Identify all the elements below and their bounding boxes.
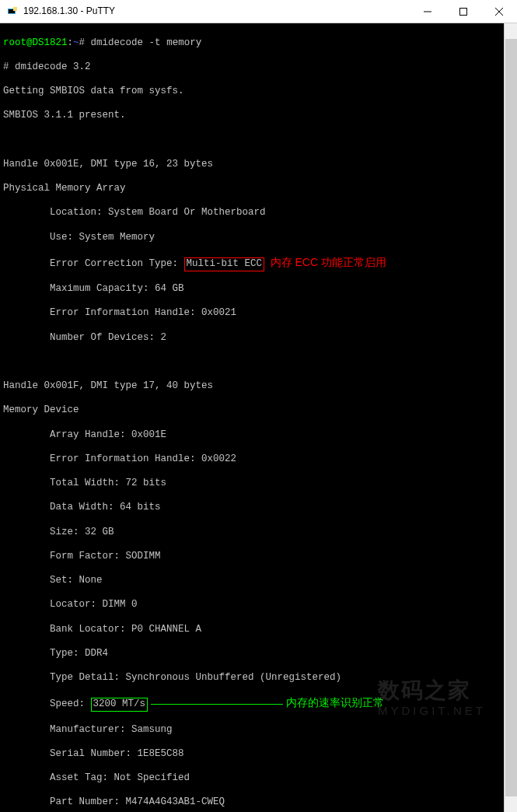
speed-annotation: 内存的速率识别正常: [286, 696, 384, 709]
maximize-button[interactable]: [445, 0, 481, 23]
output-line: Type Detail: Synchronous Unbuffered (Unr…: [3, 672, 514, 684]
output-line: Maximum Capacity: 64 GB: [3, 283, 514, 296]
close-button[interactable]: [481, 0, 517, 23]
output-line: Serial Number: 1E8E5C88: [3, 748, 514, 761]
output-line: Data Width: 64 bits: [3, 502, 514, 514]
output-line: Handle 0x001E, DMI type 16, 23 bytes: [3, 159, 514, 171]
window-title: 192.168.1.30 - PuTTY: [23, 5, 410, 17]
output-line: Getting SMBIOS data from sysfs.: [3, 86, 514, 98]
svg-rect-2: [13, 7, 17, 11]
output-line: Error Information Handle: 0x0021: [3, 307, 514, 320]
output-line: Locator: DIMM 0: [3, 599, 514, 611]
output-line: SMBIOS 3.1.1 present.: [3, 110, 514, 122]
scrollbar-thumb[interactable]: [505, 39, 517, 796]
output-line: Handle 0x001F, DMI type 17, 40 bytes: [3, 380, 514, 393]
output-line: Manufacturer: Samsung: [3, 724, 514, 737]
output-line: Use: System Memory: [3, 232, 514, 244]
putty-icon: [6, 5, 19, 18]
output-line: Memory Device: [3, 404, 514, 417]
output-line: Asset Tag: Not Specified: [3, 772, 514, 785]
command-text: dmidecode -t memory: [91, 37, 202, 48]
speed-line: Speed: 3200 MT/s内存的速率识别正常: [3, 696, 514, 712]
output-line: Set: None: [3, 575, 514, 587]
prompt-line: root@DS1821:~# dmidecode -t memory: [3, 37, 514, 50]
window-titlebar: 192.168.1.30 - PuTTY: [0, 0, 517, 23]
prompt-user: root: [3, 37, 26, 48]
speed-value-highlight: 3200 MT/s: [91, 698, 148, 712]
output-line: Part Number: M474A4G43AB1-CWEQ: [3, 796, 514, 809]
terminal-area[interactable]: root@DS1821:~# dmidecode -t memory # dmi…: [0, 23, 517, 812]
output-line: Form Factor: SODIMM: [3, 551, 514, 563]
ecc-annotation: 内存 ECC 功能正常启用: [271, 256, 386, 268]
window-controls: [410, 0, 517, 23]
ecc-value-highlight: Multi-bit ECC: [184, 257, 265, 271]
output-line: Physical Memory Array: [3, 183, 514, 195]
output-line: Total Width: 72 bits: [3, 478, 514, 490]
scrollbar[interactable]: [504, 23, 517, 812]
output-line: # dmidecode 3.2: [3, 61, 514, 74]
output-line: Bank Locator: P0 CHANNEL A: [3, 624, 514, 636]
prompt-host: DS1821: [33, 37, 68, 48]
prompt-path: ~: [73, 37, 79, 48]
svg-rect-4: [460, 8, 467, 15]
output-line: Error Information Handle: 0x0022: [3, 453, 514, 466]
annotation-connector: [151, 704, 283, 705]
ecc-line: Error Correction Type: Multi-bit ECC 内存 …: [3, 256, 514, 271]
output-line: Array Handle: 0x001E: [3, 429, 514, 442]
output-line: Type: DDR4: [3, 648, 514, 660]
output-line: Location: System Board Or Motherboard: [3, 207, 514, 219]
output-line: Number Of Devices: 2: [3, 332, 514, 345]
minimize-button[interactable]: [410, 0, 445, 23]
output-line: Size: 32 GB: [3, 527, 514, 539]
